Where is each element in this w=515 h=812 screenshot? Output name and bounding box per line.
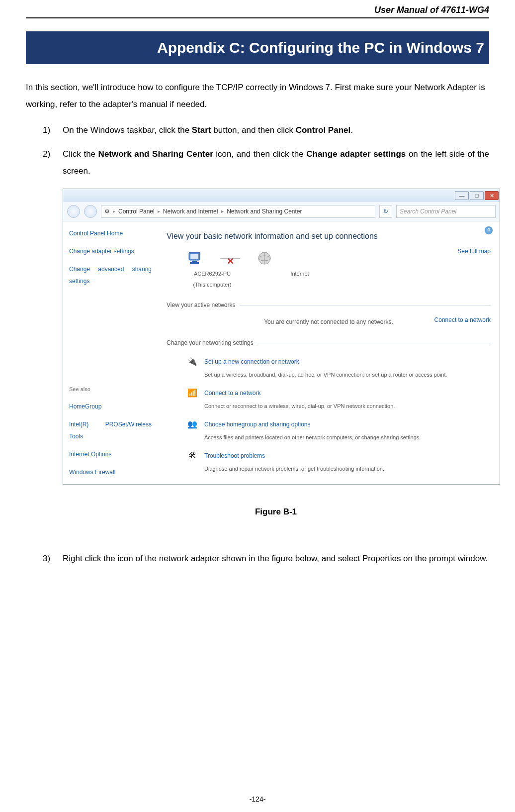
header-rule [26,17,489,18]
pc-sub-label: (This computer) [182,279,242,290]
main-panel: ? View your basic network information an… [158,221,500,484]
step-2: 2) Click the Network and Sharing Center … [43,146,489,520]
disconnected-x-icon: ✕ [227,252,234,270]
search-input[interactable]: Search Control Panel [396,205,496,218]
see-also-homegroup[interactable]: HomeGroup [69,401,152,412]
window-body: Control Panel Home Change adapter settin… [63,221,500,484]
connect-to-network-link[interactable]: Connect to a network [434,314,491,326]
connect-network-icon: 📶 [186,387,198,399]
step-1-text-mid: button, and then click [211,125,296,135]
troubleshoot-link[interactable]: Troubleshoot problems [204,450,384,462]
see-also-intel[interactable]: Intel(R) PROSet/Wireless Tools [69,418,152,442]
breadcrumb-network-internet[interactable]: Network and Internet [163,205,218,217]
refresh-button[interactable]: ↻ [379,205,392,218]
breadcrumb-network-sharing[interactable]: Network and Sharing Center [227,205,302,217]
new-connection-icon: 🔌 [186,356,198,368]
step-3: 3) Right click the icon of the network a… [43,550,489,567]
intro-text: In this section, we'll introduce how to … [26,79,489,113]
figure-caption: Figure B-1 [63,504,489,520]
sidebar-change-adapter[interactable]: Change adapter settings [69,245,152,257]
address-bar-row: ⚙ ▸ Control Panel ▸ Network and Internet… [63,202,500,221]
see-also-heading: See also [69,384,152,395]
chevron-right-icon: ▸ [221,206,224,216]
nav-forward-button[interactable] [84,205,97,218]
step-2-text-pre: Click the [63,149,98,159]
chevron-right-icon: ▸ [113,206,115,216]
connect-network-desc: Connect or reconnect to a wireless, wire… [204,401,395,411]
setting-item-homegroup[interactable]: 👥 Choose homegroup and sharing options A… [186,418,491,443]
help-icon[interactable]: ? [485,226,493,234]
minimize-button[interactable]: — [455,191,469,200]
svg-rect-1 [190,254,198,259]
new-connection-link[interactable]: Set up a new connection or network [204,356,447,368]
see-also-internet-options[interactable]: Internet Options [69,448,152,460]
troubleshoot-icon: 🛠 [186,450,198,462]
homegroup-desc: Access files and printers located on oth… [204,432,421,443]
troubleshoot-desc: Diagnose and repair network problems, or… [204,463,384,474]
homegroup-icon: 👥 [186,418,198,430]
step-1-number: 1) [43,122,50,139]
nav-back-button[interactable] [67,205,80,218]
step-3-number: 3) [43,550,50,567]
network-map-labels: ACER6292-PC (This computer) Internet [182,268,491,290]
page-number: -124- [0,795,515,803]
sidebar-home[interactable]: Control Panel Home [69,227,152,239]
maximize-button[interactable]: □ [470,191,484,200]
sidebar: Control Panel Home Change adapter settin… [63,221,158,484]
homegroup-link[interactable]: Choose homegroup and sharing options [204,418,421,430]
change-settings-heading: Change your networking settings [167,337,491,349]
internet-icon [255,250,274,266]
svg-rect-2 [192,261,197,262]
win7-window: — □ ✕ ⚙ ▸ Control Panel ▸ Network [63,189,500,485]
breadcrumb-control-panel[interactable]: Control Panel [118,205,155,217]
screenshot-figure: — □ ✕ ⚙ ▸ Control Panel ▸ Network [63,189,489,485]
step-1: 1) On the Windows taskbar, click the Sta… [43,122,489,139]
breadcrumb-icon: ⚙ [104,205,110,217]
close-button[interactable]: ✕ [485,191,499,200]
step-1-text-post: . [350,125,353,135]
internet-label: Internet [270,268,330,279]
setting-item-troubleshoot[interactable]: 🛠 Troubleshoot problems Diagnose and rep… [186,450,491,474]
setting-item-connect[interactable]: 📶 Connect to a network Connect or reconn… [186,387,491,411]
window-titlebar: — □ ✕ [63,189,500,202]
step-1-bold-cp: Control Panel [296,125,351,135]
step-2-bold-nsc: Network and Sharing Center [98,149,213,159]
view-active-text: View your active networks [167,299,236,311]
see-also-firewall[interactable]: Windows Firewall [69,466,152,478]
change-settings-text: Change your networking settings [167,337,254,349]
connect-network-link[interactable]: Connect to a network [204,387,395,399]
svg-rect-3 [190,262,199,264]
step-1-bold-start: Start [192,125,211,135]
see-full-map-link[interactable]: See full map [457,245,491,257]
step-2-number: 2) [43,146,50,163]
step-2-bold-cas: Change adapter settings [306,149,406,159]
setting-item-new-connection[interactable]: 🔌 Set up a new connection or network Set… [186,356,491,380]
main-title: View your basic network information and … [167,228,491,244]
view-active-networks-heading: View your active networks [167,299,491,311]
computer-icon [186,250,205,266]
doc-header-title: User Manual of 47611-WG4 [26,5,489,17]
step-3-text: Right click the icon of the network adap… [63,554,488,563]
chevron-right-icon: ▸ [158,206,160,216]
step-1-text-pre: On the Windows taskbar, click the [63,125,192,135]
new-connection-desc: Set up a wireless, broadband, dial-up, a… [204,369,447,380]
appendix-title-bar: Appendix C: Configuring the PC in Window… [26,31,489,64]
network-map-row: ✕ [186,250,491,266]
sidebar-change-sharing[interactable]: Change advanced sharing settings [69,263,152,287]
breadcrumb[interactable]: ⚙ ▸ Control Panel ▸ Network and Internet… [101,205,375,218]
step-2-text-mid: icon, and then click the [213,149,306,159]
